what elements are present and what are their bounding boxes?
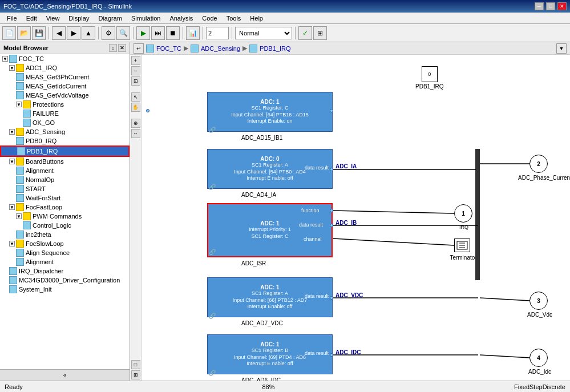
fit-button[interactable]: ⊡ xyxy=(131,76,140,86)
sidebar-item-ctrl-logic[interactable]: Control_Logic xyxy=(0,221,130,230)
sidebar-item-alignment2[interactable]: Alignment xyxy=(0,257,130,266)
terminator-icon xyxy=(456,241,468,250)
sidebar-item-foc-tc[interactable]: ▼ FOC_TC xyxy=(0,54,130,63)
block-adc-ib1[interactable]: ADC: 1 SC1 Register: CInput Channel: [64… xyxy=(207,92,333,132)
sidebar-item-pwm-cmds[interactable]: ▼ PWM Commands xyxy=(0,212,130,221)
zoom-input[interactable] xyxy=(206,27,229,39)
port-label-idc-dataresult: data result xyxy=(305,350,329,356)
sidebar-item-protections[interactable]: ▼ Protections xyxy=(0,100,130,109)
menu-simulation[interactable]: Simulation xyxy=(127,14,165,23)
connect-button[interactable]: ↔ xyxy=(131,129,140,138)
maximize-button[interactable]: □ xyxy=(546,2,555,10)
expand-pwm-cmds[interactable]: ▼ xyxy=(16,213,22,219)
sidebar-item-waitforstart[interactable]: WaitForStart xyxy=(0,193,130,203)
menu-diagram[interactable]: Diagram xyxy=(94,14,127,23)
model-icon-meas-idc xyxy=(16,82,24,90)
main-area: Model Browser ↕ ✕ ▼ FOC_TC ▼ ADC1_IRQ ME… xyxy=(0,42,570,381)
sidebar-item-failure[interactable]: FAILURE xyxy=(0,109,130,118)
sidebar-item-start[interactable]: START xyxy=(0,184,130,193)
up-button[interactable]: ▲ xyxy=(82,26,95,40)
model-explorer-button[interactable]: 🔍 xyxy=(116,26,130,40)
window-title: FOC_TC/ADC_Sensing/PDB1_IRQ - Simulink xyxy=(3,3,132,10)
sidebar-item-adc-sensing[interactable]: ▼ ADC_Sensing xyxy=(0,127,130,136)
forward-button[interactable]: ▶ xyxy=(67,26,80,40)
canvas-nav-back[interactable]: ↩ xyxy=(134,43,144,54)
canvas[interactable]: 0 PDB1_IRQ ADC: 1 SC1 Register: CInput C… xyxy=(142,55,570,381)
sidebar-item-normalop[interactable]: NormalOp xyxy=(0,175,130,184)
label-inc2theta: inc2theta xyxy=(26,231,51,238)
sidebar-item-adc1-irq[interactable]: ▼ ADC1_IRQ xyxy=(0,63,130,72)
sidebar-item-inc2theta[interactable]: inc2theta xyxy=(0,230,130,239)
label-adc-vdc: ADC_AD7_VDC xyxy=(241,320,283,326)
sidebar-item-meas-vdc[interactable]: MEAS_GetVdcVoltage xyxy=(0,91,130,100)
label-sys-init: System_Init xyxy=(19,286,51,293)
menu-edit[interactable]: Edit xyxy=(22,14,42,23)
expand-foc-tc[interactable]: ▼ xyxy=(2,56,8,62)
out-circle-3: 3 xyxy=(529,292,548,310)
check-button[interactable]: ✓ xyxy=(298,26,312,40)
stop-button[interactable]: ⏹ xyxy=(166,26,180,40)
expand-protections[interactable]: ▼ xyxy=(16,102,22,107)
menu-analysis[interactable]: Analysis xyxy=(165,14,197,23)
label-foc-tc: FOC_TC xyxy=(19,55,44,62)
scope-button[interactable]: 📊 xyxy=(186,26,200,40)
apps-button[interactable]: ⊞ xyxy=(313,26,327,40)
menu-tools[interactable]: Tools xyxy=(222,14,246,23)
label-adc-phase-currents: ADC_Phase_Currents xyxy=(518,175,559,181)
menu-display[interactable]: Display xyxy=(64,14,94,23)
sidebar-item-alignment-bb[interactable]: Alignment xyxy=(0,166,130,175)
sim-mode-select[interactable]: Normal Accelerator Rapid Accelerator xyxy=(235,27,292,39)
sidebar-item-ok-go[interactable]: OK_GO xyxy=(0,118,130,127)
add-port-button[interactable]: ⊕ xyxy=(131,119,140,128)
new-button[interactable]: 📄 xyxy=(2,26,16,40)
sidebar-item-irq-dispatcher[interactable]: IRQ_Dispatcher xyxy=(0,266,130,276)
breadcrumb-adc-sensing[interactable]: ADC_Sensing xyxy=(201,45,240,52)
pan-button[interactable]: ✋ xyxy=(131,103,140,112)
sidebar-item-align-seq[interactable]: Align Sequence xyxy=(0,248,130,257)
canvas-menu-button[interactable]: ▼ xyxy=(556,43,567,54)
expand-boardbuttons[interactable]: ▼ xyxy=(9,159,15,164)
sidebar-item-focfastloop[interactable]: ▼ FocFastLoop xyxy=(0,203,130,212)
tools-bottom-1[interactable]: ⊞ xyxy=(131,370,140,379)
menu-file[interactable]: File xyxy=(2,14,22,23)
sidebar-item-meas-idc[interactable]: MEAS_GetIdcCurrent xyxy=(0,82,130,91)
minimize-button[interactable]: ─ xyxy=(535,2,544,10)
expand-focslowloop[interactable]: ▼ xyxy=(9,241,15,246)
close-button[interactable]: ✕ xyxy=(557,2,567,10)
save-button[interactable]: 💾 xyxy=(32,26,46,40)
menu-help[interactable]: Help xyxy=(245,14,268,23)
breadcrumb-icon-2 xyxy=(191,45,199,52)
folder-icon-adc-sensing xyxy=(16,128,24,136)
expand-adc1-irq[interactable]: ▼ xyxy=(9,65,15,71)
sidebar-item-pdb1-irq[interactable]: PDB1_IRQ xyxy=(0,146,130,157)
sidebar-item-mc34gd[interactable]: MC34GD3000_Driver_Configuration xyxy=(0,276,130,285)
breadcrumb-pdb1-irq[interactable]: PDB1_IRQ xyxy=(260,45,290,52)
cursor-button[interactable]: ↖ xyxy=(131,92,140,102)
sidebar-item-meas-3ph[interactable]: MEAS_Get3PhCurrent xyxy=(0,72,130,82)
sidebar-collapse-button[interactable]: « xyxy=(0,369,130,381)
menu-code[interactable]: Code xyxy=(197,14,221,23)
sidebar-close-button[interactable]: ✕ xyxy=(118,44,126,52)
back-button[interactable]: ◀ xyxy=(52,26,66,40)
sidebar-item-pdb0-irq[interactable]: PDB0_IRQ xyxy=(0,136,130,146)
pdb1-irq-top-block[interactable]: 0 xyxy=(422,66,438,82)
zoom-out-button[interactable]: − xyxy=(131,66,140,75)
breadcrumb-foc-tc[interactable]: FOC_TC xyxy=(156,45,181,52)
sidebar-sync-button[interactable]: ↕ xyxy=(109,44,117,52)
terminator-block[interactable] xyxy=(454,239,470,252)
label-meas-vdc: MEAS_GetVdcVoltage xyxy=(26,92,89,99)
sidebar-item-boardbuttons[interactable]: ▼ BoardButtons xyxy=(0,157,130,166)
zoom-in-button[interactable]: + xyxy=(131,56,140,65)
signal-label-adc-ia: ADC_IA xyxy=(335,163,357,169)
run-button[interactable]: ▶ xyxy=(136,26,150,40)
expand-adc-sensing[interactable]: ▼ xyxy=(9,129,15,135)
expand-focfastloop[interactable]: ▼ xyxy=(9,204,15,210)
open-button[interactable]: 📂 xyxy=(17,26,31,40)
label-pdb1-irq: PDB1_IRQ xyxy=(27,148,58,155)
sidebar-item-sys-init[interactable]: System_Init xyxy=(0,285,130,294)
step-button[interactable]: ⏭ xyxy=(151,26,165,40)
menu-view[interactable]: View xyxy=(42,14,64,23)
sidebar-item-focslowloop[interactable]: ▼ FocSlowLoop xyxy=(0,239,130,248)
model-settings-button[interactable]: ⚙ xyxy=(102,26,115,40)
sidebar-expand-bottom[interactable]: □ xyxy=(131,360,140,369)
